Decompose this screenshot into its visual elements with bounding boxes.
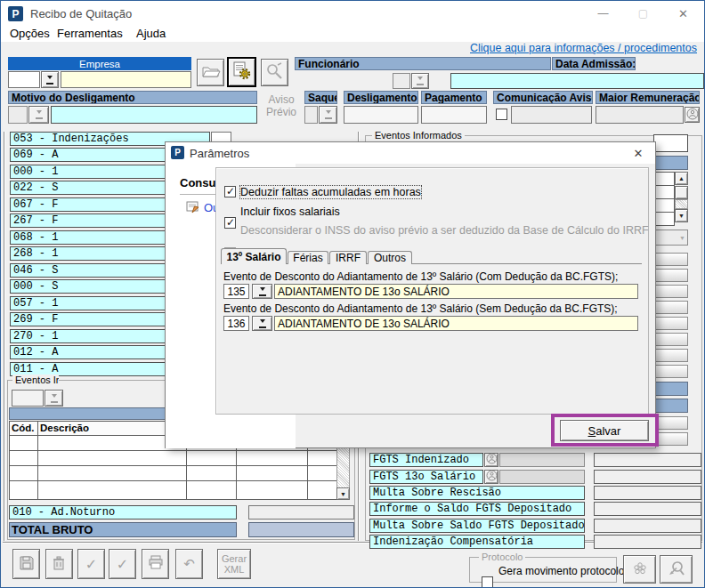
- motivo-desligamento-header: Motivo do Desligamento: [8, 91, 257, 104]
- mini-list-cell: [653, 198, 675, 213]
- print-button[interactable]: [142, 549, 169, 579]
- mini-scrollbar-thumb[interactable]: [675, 186, 688, 199]
- tab-ferias[interactable]: Férias: [288, 251, 328, 264]
- gerar-xml-button[interactable]: Gerar XML: [217, 549, 251, 579]
- flower-icon: [632, 560, 648, 579]
- funcionario-dropdown-button[interactable]: [411, 73, 429, 89]
- fgts-13-value[interactable]: [594, 470, 701, 484]
- fgts-indenizado-value[interactable]: [594, 453, 701, 467]
- minimize-button[interactable]: —: [584, 1, 622, 26]
- comunicacao-aviso-field[interactable]: [511, 106, 592, 124]
- dialog-title: Parâmetros: [190, 147, 249, 160]
- dialog-close-button[interactable]: ✕: [627, 144, 650, 162]
- right-disabled-combo[interactable]: ▼: [653, 230, 688, 246]
- evento-sem-deducao-dropdown[interactable]: [252, 316, 272, 331]
- evento-com-deducao-code[interactable]: 135: [223, 284, 249, 299]
- maior-remuneracao-info-button[interactable]: [685, 107, 700, 123]
- table-cell: [307, 450, 337, 466]
- comunicacao-aviso-checkbox[interactable]: [496, 109, 507, 120]
- funcionario-code-field[interactable]: [393, 73, 410, 89]
- saque-header: Saque: [304, 91, 337, 104]
- signature-search-button[interactable]: [660, 555, 693, 584]
- open-folder-button[interactable]: [197, 59, 224, 86]
- ad-noturno-field[interactable]: 010 - Ad.Noturno: [9, 505, 237, 520]
- evento-sem-deducao-label: Evento de Desconto do Adiantamento de 13…: [223, 302, 618, 315]
- mini-scroll-down-button[interactable]: ▼: [675, 209, 688, 222]
- pagamento-header: Pagamento: [421, 91, 487, 104]
- tab-irrf[interactable]: IRRF: [329, 251, 367, 264]
- menu-ferramentas[interactable]: Ferramentas: [57, 27, 123, 40]
- mini-list-cell: [653, 172, 675, 186]
- printer-icon: [148, 555, 164, 573]
- motivo-code-field[interactable]: [8, 106, 28, 124]
- evento-sem-deducao-value[interactable]: ADIANTAMENTO DE 13o SALÁRIO: [274, 316, 638, 331]
- fgts-13-info-button[interactable]: [484, 470, 498, 484]
- close-button[interactable]: ✕: [664, 1, 702, 26]
- right-eventos-group-label: Eventos Informados: [372, 130, 465, 141]
- fgts-indenizado-gray-field: [499, 453, 585, 467]
- table-cell: [9, 480, 38, 500]
- app-logo-icon: P: [8, 6, 23, 21]
- table-cell: [37, 450, 187, 466]
- motivo-dropdown-button[interactable]: [28, 106, 49, 124]
- table-scroll-down-button[interactable]: ▼: [336, 487, 350, 500]
- right-top-field[interactable]: [653, 134, 688, 152]
- process-button[interactable]: [227, 57, 256, 87]
- menu-ajuda[interactable]: Ajuda: [136, 27, 166, 40]
- deduzir-faltas-label: Deduzir faltas acumuladas em horas: [240, 186, 421, 198]
- undo-button[interactable]: ↶: [175, 549, 203, 579]
- mini-scrollbar-track[interactable]: [675, 199, 688, 209]
- salvar-button[interactable]: Salvar: [560, 420, 649, 441]
- ad-noturno-value-field[interactable]: [248, 505, 354, 520]
- saldo-fgts-value[interactable]: [594, 502, 701, 516]
- left-evento-code-field[interactable]: [12, 390, 44, 407]
- tab-outros[interactable]: Outros: [368, 251, 412, 264]
- trash-icon: [52, 555, 67, 574]
- motivo-field[interactable]: [51, 106, 257, 124]
- saque-dropdown-button[interactable]: [319, 106, 337, 124]
- gera-movimento-protocolo-checkbox[interactable]: [482, 576, 493, 588]
- desligamento-date-field[interactable]: [344, 106, 418, 124]
- maior-remuneracao-field[interactable]: [596, 106, 684, 124]
- saque-code-field[interactable]: [304, 106, 318, 124]
- save-button[interactable]: [12, 549, 40, 579]
- fgts-indenizado-info-button[interactable]: [484, 453, 498, 467]
- mini-scroll-up-button[interactable]: ▲: [675, 172, 688, 185]
- info-procedures-link[interactable]: Clique aqui para informações / procedime…: [470, 42, 697, 54]
- deduzir-faltas-checkbox[interactable]: [224, 186, 236, 197]
- evento-com-deducao-value[interactable]: ADIANTAMENTO DE 13o SALÁRIO: [274, 284, 638, 299]
- comunicacao-aviso-header: Comunicação Aviso: [493, 91, 593, 104]
- incluir-fixos-label: Incluir fixos salariais: [240, 205, 340, 218]
- search-employee-button[interactable]: [261, 59, 288, 86]
- multa-saldo-value[interactable]: [594, 519, 701, 533]
- empresa-dropdown-button[interactable]: [41, 71, 59, 88]
- value-strip-field: [653, 285, 688, 298]
- evento-com-deducao-dropdown[interactable]: [252, 284, 272, 299]
- pagamento-date-field[interactable]: [421, 106, 487, 124]
- outros-operadores-icon: [186, 200, 199, 216]
- evento-sem-deducao-code[interactable]: 136: [223, 316, 249, 331]
- value-strip-field: [653, 333, 688, 346]
- total-bruto-label: TOTAL BRUTO: [9, 522, 237, 537]
- indenizacao-compensatoria-value[interactable]: [594, 535, 701, 549]
- maximize-button[interactable]: ▢: [624, 1, 662, 26]
- parametros-dialog: P Parâmetros ✕ Consultar Outros Operador…: [165, 141, 656, 448]
- value-strip-field: [653, 349, 688, 362]
- tab-13-salario[interactable]: 13º Salário: [221, 248, 287, 264]
- search-icon: [265, 62, 284, 84]
- evento-com-deducao-label: Evento de Desconto do Adiantamento de 13…: [223, 270, 618, 283]
- empresa-code-field[interactable]: [8, 71, 40, 88]
- left-evento-dropdown-button[interactable]: [45, 390, 63, 407]
- value-strip-field: [653, 317, 688, 330]
- funcionario-name-field[interactable]: [450, 73, 704, 89]
- folder-icon: [201, 64, 221, 81]
- delete-button[interactable]: [45, 549, 73, 579]
- menu-opcoes[interactable]: Opções: [10, 27, 50, 40]
- confirm-all-button[interactable]: ✓: [109, 549, 136, 579]
- empresa-name-field[interactable]: [61, 71, 191, 88]
- incluir-fixos-checkbox[interactable]: [224, 217, 236, 229]
- table-cell: [186, 465, 237, 481]
- stamp-button[interactable]: [623, 555, 656, 584]
- multa-rescisao-value[interactable]: [594, 486, 701, 500]
- confirm-button[interactable]: ✓: [77, 549, 105, 579]
